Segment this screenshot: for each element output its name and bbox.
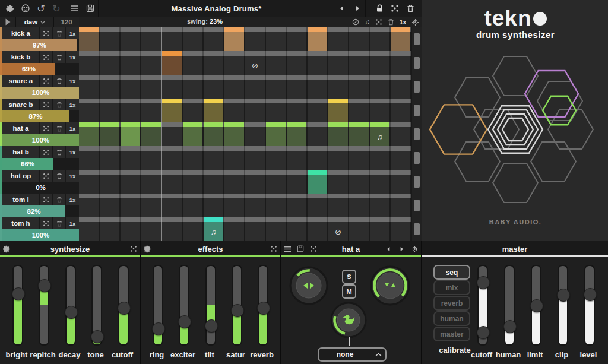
velocity-segment[interactable] <box>391 75 411 80</box>
step-cell[interactable] <box>349 80 370 99</box>
step-cell[interactable] <box>224 32 245 51</box>
decay-slider[interactable] <box>65 265 76 346</box>
slider-handle[interactable] <box>178 315 191 328</box>
step-cell[interactable] <box>204 103 224 122</box>
step-cell[interactable] <box>266 103 287 122</box>
step-cell[interactable] <box>224 56 245 75</box>
step-cell[interactable] <box>141 127 162 146</box>
step-cell[interactable] <box>308 151 328 170</box>
velocity-segment[interactable] <box>100 75 121 80</box>
step-cell[interactable] <box>204 127 224 146</box>
velocity-segment[interactable] <box>100 170 121 175</box>
velocity-segment[interactable] <box>162 170 183 175</box>
track-repeat-button[interactable]: 1x <box>65 51 79 63</box>
step-cell[interactable] <box>245 80 266 99</box>
row-scroll-handle[interactable] <box>414 176 420 188</box>
row-scroll-handle[interactable] <box>414 105 420 116</box>
velocity-segment[interactable] <box>308 170 328 175</box>
human-slider[interactable] <box>504 265 515 346</box>
velocity-segment[interactable] <box>162 146 183 151</box>
slider-handle[interactable] <box>530 299 543 312</box>
velocity-segment[interactable] <box>266 170 287 175</box>
step-cell[interactable] <box>287 127 308 146</box>
step-cell[interactable] <box>349 175 370 194</box>
slider-handle[interactable] <box>65 306 78 319</box>
step-cell[interactable] <box>287 175 308 194</box>
step-cell[interactable] <box>328 127 349 146</box>
next-preset-icon[interactable] <box>350 0 365 17</box>
step-cell[interactable] <box>224 222 245 241</box>
step-cell[interactable] <box>328 80 349 99</box>
track-name[interactable]: hat b <box>2 148 39 156</box>
step-cell[interactable] <box>121 56 141 75</box>
track-name[interactable]: hat a <box>2 125 39 132</box>
track-repeat-button[interactable]: 1x <box>65 170 79 182</box>
step-cell[interactable] <box>370 222 391 241</box>
step-cell[interactable] <box>79 127 100 146</box>
cutoff-slider[interactable] <box>118 265 129 346</box>
velocity-segment[interactable] <box>162 75 183 80</box>
level-slider[interactable] <box>584 265 595 346</box>
step-cell[interactable] <box>266 32 287 51</box>
step-cell[interactable] <box>349 56 370 75</box>
step-cell[interactable] <box>245 175 266 194</box>
step-cell[interactable] <box>287 80 308 99</box>
velocity-segment[interactable] <box>349 122 370 127</box>
track-volume-row[interactable]: 69% <box>2 63 79 75</box>
velocity-segment[interactable] <box>100 51 121 56</box>
velocity-segment[interactable] <box>162 27 183 32</box>
track-name[interactable]: tom l <box>2 196 39 203</box>
velocity-segment[interactable] <box>79 122 100 127</box>
step-cell[interactable] <box>308 103 328 122</box>
velocity-segment[interactable] <box>121 51 141 56</box>
track-repeat-button[interactable]: 1x <box>65 217 79 229</box>
step-cell[interactable] <box>183 56 204 75</box>
step-cell[interactable] <box>204 80 224 99</box>
step-cell[interactable] <box>121 222 141 241</box>
step-cell[interactable] <box>141 80 162 99</box>
step-cell[interactable] <box>391 175 411 194</box>
velocity-segment[interactable] <box>100 217 121 222</box>
velocity-segment[interactable] <box>183 170 204 175</box>
velocity-segment[interactable] <box>79 99 100 103</box>
velocity-segment[interactable] <box>370 170 391 175</box>
voice-next-icon[interactable] <box>395 246 408 252</box>
velocity-segment[interactable] <box>224 146 245 151</box>
velocity-segment[interactable] <box>141 27 162 32</box>
step-cell[interactable] <box>308 56 328 75</box>
velocity-segment[interactable] <box>141 146 162 151</box>
velocity-segment[interactable] <box>391 27 411 32</box>
preset-title[interactable]: Massive Analog Drums* <box>99 4 334 13</box>
sync-mode-dropdown[interactable]: daw <box>16 17 54 27</box>
step-cell[interactable] <box>391 32 411 51</box>
slider-handle[interactable] <box>477 326 490 339</box>
step-cell[interactable] <box>349 222 370 241</box>
velocity-segment[interactable] <box>183 146 204 151</box>
step-cell[interactable] <box>121 103 141 122</box>
step-cell[interactable] <box>328 103 349 122</box>
track-clear-trash-icon[interactable] <box>52 217 65 229</box>
note-repeat-icon[interactable]: ♫ <box>365 18 370 26</box>
track-repeat-button[interactable]: 1x <box>65 75 79 87</box>
track-randomize-dice-icon[interactable] <box>39 51 52 63</box>
velocity-segment[interactable] <box>183 75 204 80</box>
step-cell[interactable] <box>287 103 308 122</box>
step-cell[interactable] <box>204 175 224 194</box>
track-repeat-button[interactable]: 1x <box>65 194 79 205</box>
track-repeat-button[interactable]: 1x <box>65 99 79 110</box>
step-cell[interactable] <box>370 80 391 99</box>
velocity-segment[interactable] <box>287 27 308 32</box>
pan-knob[interactable] <box>290 267 327 304</box>
row-scroll-handle[interactable] <box>414 200 420 211</box>
velocity-segment[interactable] <box>224 194 245 198</box>
step-cell[interactable] <box>141 56 162 75</box>
step-cell[interactable] <box>245 32 266 51</box>
velocity-segment[interactable] <box>245 99 266 103</box>
slider-handle[interactable] <box>477 276 490 289</box>
step-cell[interactable] <box>349 32 370 51</box>
step-cell[interactable] <box>328 56 349 75</box>
bpm-field[interactable]: 120 <box>54 17 79 27</box>
step-cell[interactable] <box>266 56 287 75</box>
velocity-segment[interactable] <box>204 170 224 175</box>
row-scroll-handle[interactable] <box>414 33 420 45</box>
